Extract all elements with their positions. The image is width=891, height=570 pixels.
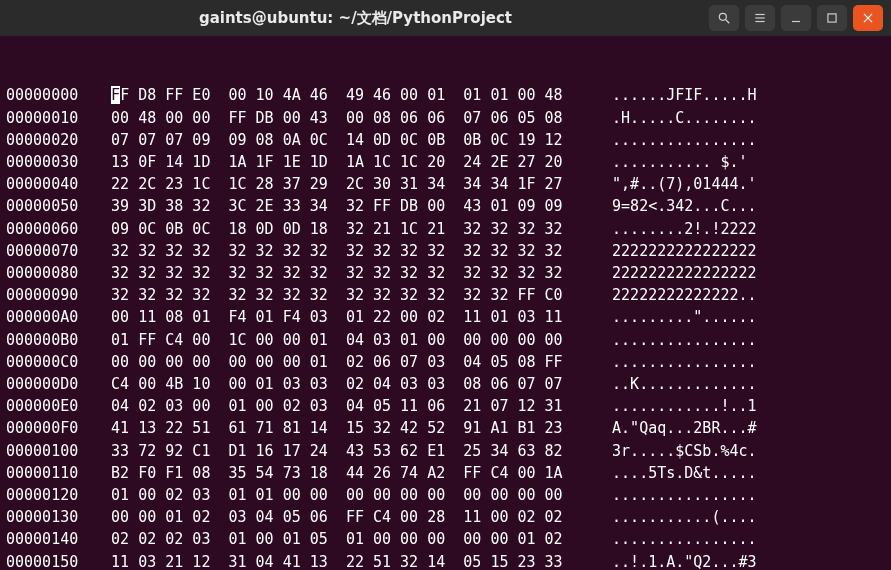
hex-bytes: 02 02 02 03 01 00 01 05 01 00 00 00 00 0… [84,528,594,550]
hex-row: 00000060 09 0C 0B 0C 18 0D 0D 18 32 21 1… [6,218,885,240]
hex-bytes: 32 32 32 32 32 32 32 32 32 32 32 32 32 3… [84,262,594,284]
ascii: ......JFIF.....H [594,84,885,106]
ascii: ................ [594,484,885,506]
offset: 000000C0 [6,351,84,373]
hex-bytes: 00 11 08 01 F4 01 F4 03 01 22 00 02 11 0… [84,306,594,328]
hex-row: 000000E0 04 02 03 00 01 00 02 03 04 05 1… [6,395,885,417]
offset: 00000110 [6,462,84,484]
hex-row: 00000080 32 32 32 32 32 32 32 32 32 32 3… [6,262,885,284]
close-button[interactable] [853,5,883,31]
hex-row: 000000A0 00 11 08 01 F4 01 F4 03 01 22 0… [6,306,885,328]
search-button[interactable] [709,5,739,31]
offset: 00000070 [6,240,84,262]
ascii: ",#..(7),01444.' [594,173,885,195]
hex-row: 00000120 01 00 02 03 01 01 00 00 00 00 0… [6,484,885,506]
offset: 000000E0 [6,395,84,417]
hex-bytes: 00 48 00 00 FF DB 00 43 00 08 06 06 07 0… [84,107,594,129]
offset: 000000B0 [6,329,84,351]
ascii: ............!..1 [594,395,885,417]
hex-row: 00000000 FF D8 FF E0 00 10 4A 46 49 46 0… [6,84,885,106]
ascii: ................ [594,129,885,151]
offset: 00000120 [6,484,84,506]
hex-row: 00000150 11 03 21 12 31 04 41 13 22 51 3… [6,551,885,570]
hex-bytes: FF D8 FF E0 00 10 4A 46 49 46 00 01 01 0… [84,84,594,106]
hex-bytes: 32 32 32 32 32 32 32 32 32 32 32 32 32 3… [84,284,594,306]
offset: 000000A0 [6,306,84,328]
hex-row: 00000050 39 3D 38 32 3C 2E 33 34 32 FF D… [6,195,885,217]
ascii: ........."...... [594,306,885,328]
menu-button[interactable] [745,5,775,31]
hex-bytes: 07 07 07 09 09 08 0A 0C 14 0D 0C 0B 0B 0… [84,129,594,151]
svg-point-0 [719,13,726,20]
ascii: ..K............. [594,373,885,395]
offset: 00000040 [6,173,84,195]
ascii: ................ [594,351,885,373]
hex-bytes: 11 03 21 12 31 04 41 13 22 51 32 14 05 1… [84,551,594,570]
offset: 00000030 [6,151,84,173]
hex-row: 00000090 32 32 32 32 32 32 32 32 32 32 3… [6,284,885,306]
window-titlebar: gaints@ubuntu: ~/文档/PythonProject [0,0,891,36]
hex-row: 00000130 00 00 01 02 03 04 05 06 FF C4 0… [6,506,885,528]
maximize-button[interactable] [817,5,847,31]
ascii: ................ [594,528,885,550]
ascii: ........2!.!2222 [594,218,885,240]
hex-bytes: 22 2C 23 1C 1C 28 37 29 2C 30 31 34 34 3… [84,173,594,195]
hex-bytes: B2 F0 F1 08 35 54 73 18 44 26 74 A2 FF C… [84,462,594,484]
offset: 00000010 [6,107,84,129]
hex-row: 00000040 22 2C 23 1C 1C 28 37 29 2C 30 3… [6,173,885,195]
ascii: A."Qaq...2BR...# [594,417,885,439]
svg-rect-6 [828,14,836,22]
hex-row: 00000070 32 32 32 32 32 32 32 32 32 32 3… [6,240,885,262]
ascii: ................ [594,329,885,351]
svg-line-1 [726,20,730,24]
minimize-button[interactable] [781,5,811,31]
hex-row: 000000F0 41 13 22 51 61 71 81 14 15 32 4… [6,417,885,439]
hex-bytes: 39 3D 38 32 3C 2E 33 34 32 FF DB 00 43 0… [84,195,594,217]
offset: 000000D0 [6,373,84,395]
ascii: ....5Ts.D&t..... [594,462,885,484]
hex-row: 000000B0 01 FF C4 00 1C 00 00 01 04 03 0… [6,329,885,351]
offset: 00000130 [6,506,84,528]
ascii: .H.....C........ [594,107,885,129]
offset: 00000000 [6,84,84,106]
hex-row: 00000010 00 48 00 00 FF DB 00 43 00 08 0… [6,107,885,129]
hex-row: 00000030 13 0F 14 1D 1A 1F 1E 1D 1A 1C 1… [6,151,885,173]
window-title: gaints@ubuntu: ~/文档/PythonProject [8,9,703,28]
offset: 00000050 [6,195,84,217]
ascii: ...........(.... [594,506,885,528]
offset: 00000150 [6,551,84,570]
hex-bytes: 09 0C 0B 0C 18 0D 0D 18 32 21 1C 21 32 3… [84,218,594,240]
offset: 000000F0 [6,417,84,439]
offset: 00000140 [6,528,84,550]
ascii: 2222222222222222 [594,262,885,284]
offset: 00000090 [6,284,84,306]
ascii: 9=82<.342...C... [594,195,885,217]
offset: 00000080 [6,262,84,284]
hex-bytes: 33 72 92 C1 D1 16 17 24 43 53 62 E1 25 3… [84,440,594,462]
offset: 00000020 [6,129,84,151]
offset: 00000060 [6,218,84,240]
hex-row: 00000110 B2 F0 F1 08 35 54 73 18 44 26 7… [6,462,885,484]
hex-bytes: 00 00 01 02 03 04 05 06 FF C4 00 28 11 0… [84,506,594,528]
hex-bytes: 41 13 22 51 61 71 81 14 15 32 42 52 91 A… [84,417,594,439]
terminal-output[interactable]: 00000000 FF D8 FF E0 00 10 4A 46 49 46 0… [0,36,891,570]
hex-row: 00000100 33 72 92 C1 D1 16 17 24 43 53 6… [6,440,885,462]
hex-row: 00000140 02 02 02 03 01 00 01 05 01 00 0… [6,528,885,550]
cursor: F [111,86,120,104]
ascii: ..!.1.A."Q2...#3 [594,551,885,570]
hex-bytes: 32 32 32 32 32 32 32 32 32 32 32 32 32 3… [84,240,594,262]
hex-bytes: 04 02 03 00 01 00 02 03 04 05 11 06 21 0… [84,395,594,417]
hex-bytes: 00 00 00 00 00 00 00 01 02 06 07 03 04 0… [84,351,594,373]
hex-bytes: C4 00 4B 10 00 01 03 03 02 04 03 03 08 0… [84,373,594,395]
hex-row: 000000D0 C4 00 4B 10 00 01 03 03 02 04 0… [6,373,885,395]
hex-bytes: 01 00 02 03 01 01 00 00 00 00 00 00 00 0… [84,484,594,506]
hex-row: 000000C0 00 00 00 00 00 00 00 01 02 06 0… [6,351,885,373]
hex-bytes: 13 0F 14 1D 1A 1F 1E 1D 1A 1C 1C 20 24 2… [84,151,594,173]
hex-row: 00000020 07 07 07 09 09 08 0A 0C 14 0D 0… [6,129,885,151]
ascii: 3r.....$CSb.%4c. [594,440,885,462]
ascii: ........... $.' [594,151,885,173]
ascii: 22222222222222.. [594,284,885,306]
hex-bytes: 01 FF C4 00 1C 00 00 01 04 03 01 00 00 0… [84,329,594,351]
ascii: 2222222222222222 [594,240,885,262]
offset: 00000100 [6,440,84,462]
